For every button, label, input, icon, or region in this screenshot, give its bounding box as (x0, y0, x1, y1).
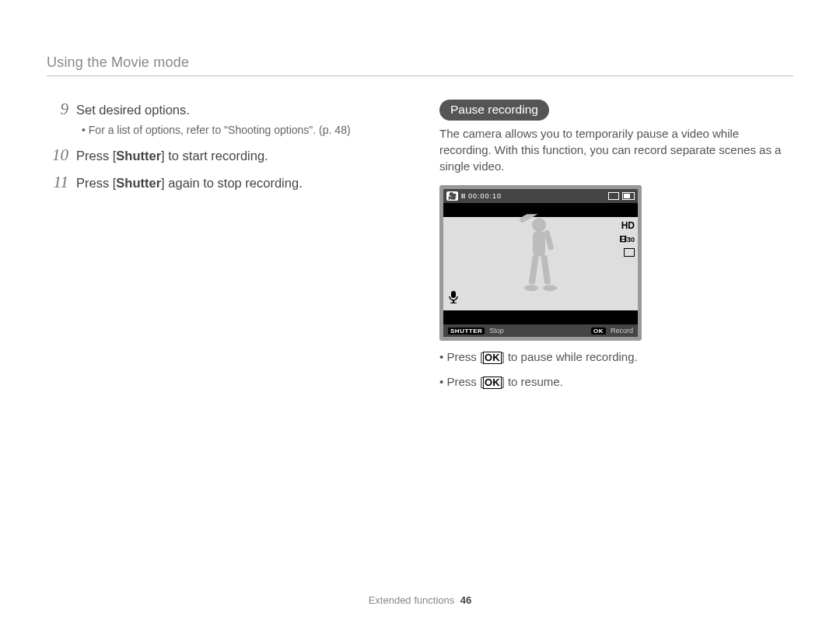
svg-rect-1 (533, 231, 545, 256)
fps-indicator: 🎞30 (620, 236, 635, 243)
subsection-description: The camera allows you to temporarily pau… (439, 125, 793, 174)
ok-key-icon: OK (483, 352, 502, 364)
pause-icon: II (461, 192, 465, 200)
rec-time: 00:00:10 (468, 192, 502, 200)
camera-lcd-illustration: 🎥 II 00:00:10 (439, 185, 642, 341)
step-text: Press [Shutter] again to stop recording. (76, 173, 303, 192)
svg-rect-10 (450, 303, 457, 303)
step-10: 10 Press [Shutter] to start recording. (47, 145, 401, 165)
right-column: Pause recording The camera allows you to… (439, 100, 793, 391)
step-11: 11 Press [Shutter] again to stop recordi… (47, 173, 401, 192)
svg-rect-8 (451, 291, 456, 298)
lcd-viewfinder: HD 🎞30 (443, 217, 638, 310)
step-text: Press [Shutter] to start recording. (76, 145, 268, 165)
divider (47, 75, 793, 76)
svg-rect-3 (544, 229, 554, 250)
step-number: 10 (47, 145, 68, 165)
footer-section: Extended functions (369, 594, 455, 606)
lcd-right-indicators: HD 🎞30 (620, 220, 635, 257)
step-9-subnote: For a list of options, refer to "Shootin… (82, 124, 401, 136)
stop-label: Stop (489, 327, 504, 335)
footer-page-number: 46 (460, 594, 471, 606)
person-silhouette-icon (509, 214, 572, 299)
left-column: 9 Set desired options. For a list of opt… (47, 100, 401, 391)
svg-rect-5 (541, 254, 551, 285)
svg-point-7 (543, 285, 557, 291)
ok-keycap: OK (591, 328, 606, 335)
svg-rect-4 (529, 254, 539, 285)
memory-icon (608, 192, 619, 200)
shutter-keycap: SHUTTER (448, 328, 485, 335)
svg-rect-9 (453, 300, 454, 303)
step-number: 9 (47, 100, 68, 119)
mic-icon (448, 291, 459, 306)
page-section-title: Using the Movie mode (47, 54, 793, 71)
page-footer: Extended functions 46 (0, 594, 840, 606)
step-text: Set desired options. (76, 100, 190, 119)
svg-point-0 (532, 218, 546, 232)
record-label: Record (611, 327, 633, 335)
step-9: 9 Set desired options. (47, 100, 401, 119)
movie-mode-icon: 🎥 (446, 191, 458, 201)
step-number: 11 (47, 173, 68, 192)
tip-line: Press [OK] to resume. (439, 373, 793, 391)
subsection-heading: Pause recording (439, 100, 549, 121)
battery-icon (622, 192, 635, 200)
hd-indicator: HD (621, 220, 635, 231)
lcd-status-bar: 🎥 II 00:00:10 (443, 189, 638, 203)
tip-line: Press [OK] to pause while recording. (439, 349, 793, 366)
lcd-bottom-bar: SHUTTER Stop OK Record (443, 324, 638, 337)
metering-icon (624, 248, 635, 257)
ok-key-icon: OK (483, 377, 502, 389)
svg-point-6 (524, 285, 538, 291)
